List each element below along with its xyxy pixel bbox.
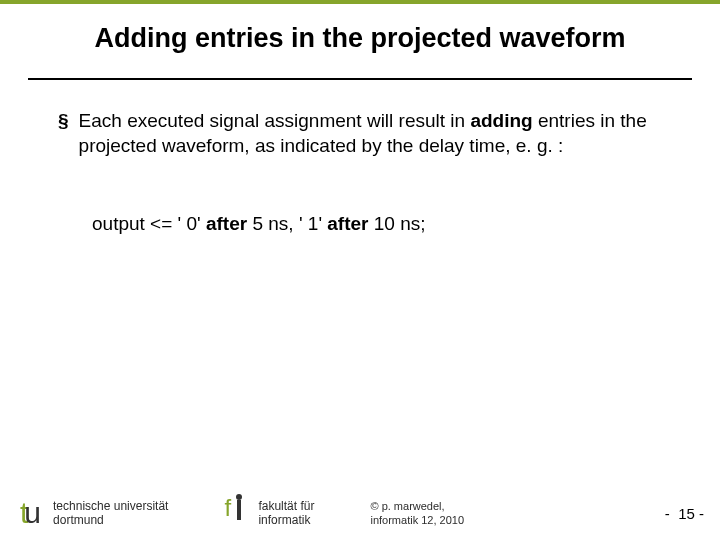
bullet-text-strong: adding — [470, 110, 532, 131]
code-part-3: 10 ns; — [368, 213, 425, 234]
bullet-item: § Each executed signal assignment will r… — [58, 108, 662, 159]
fi-logo-i — [237, 500, 241, 520]
copyright-line-1: © p. marwedel, — [370, 499, 464, 513]
copyright: © p. marwedel, informatik 12, 2010 — [370, 499, 464, 528]
faculty-name: fakultät für informatik — [258, 499, 314, 528]
faculty-line-1: fakultät für — [258, 499, 314, 513]
tu-logo-u: u — [24, 498, 40, 528]
slide-title: Adding entries in the projected waveform — [48, 22, 672, 56]
slide: Adding entries in the projected waveform… — [0, 0, 720, 540]
bullet-text: Each executed signal assignment will res… — [79, 108, 662, 159]
code-part-2: 5 ns, ' 1' — [247, 213, 327, 234]
fi-logo: f — [224, 498, 250, 528]
tu-logo: t u — [20, 498, 43, 528]
code-keyword-after-2: after — [327, 213, 368, 234]
university-name: technische universität dortmund — [53, 499, 168, 528]
code-keyword-after-1: after — [206, 213, 247, 234]
university-line-1: technische universität — [53, 499, 168, 513]
bullet-text-pre: Each executed signal assignment will res… — [79, 110, 471, 131]
fi-logo-f: f — [224, 494, 231, 522]
title-area: Adding entries in the projected waveform — [0, 4, 720, 68]
copyright-line-2: informatik 12, 2010 — [370, 513, 464, 527]
bullet-marker: § — [58, 108, 69, 159]
faculty-line-2: informatik — [258, 513, 314, 527]
slide-body: § Each executed signal assignment will r… — [0, 80, 720, 235]
footer: t u technische universität dortmund f fa… — [0, 498, 720, 528]
page-number: - 15 - — [665, 505, 704, 522]
code-part-1: output <= ' 0' — [92, 213, 206, 234]
university-line-2: dortmund — [53, 513, 168, 527]
code-example: output <= ' 0' after 5 ns, ' 1' after 10… — [92, 213, 662, 235]
